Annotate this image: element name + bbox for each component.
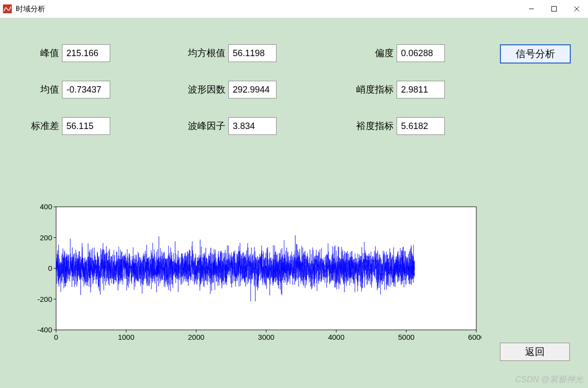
svg-text:200: 200 [40,233,52,242]
svg-text:0: 0 [48,264,52,272]
svg-text:6000: 6000 [468,333,481,341]
minimize-button[interactable] [520,0,543,18]
rms-label: 均方根值 [176,47,225,60]
app-icon [3,4,12,13]
kurt-value[interactable]: 2.9811 [397,81,445,98]
shape-label: 波形因数 [176,83,225,96]
back-button[interactable]: 返回 [500,343,570,361]
std-label: 标准差 [20,120,59,132]
svg-rect-2 [552,6,557,11]
crest-label: 波峰因子 [176,120,225,132]
svg-text:1000: 1000 [118,333,134,341]
window-title: 时域分析 [16,4,45,14]
crest-value[interactable]: 3.834 [228,117,277,135]
svg-text:2000: 2000 [188,333,204,341]
margin-value[interactable]: 5.6182 [397,117,445,135]
skew-label: 偏度 [344,47,394,60]
watermark: CSDN @紫极神光 [515,374,583,385]
rms-value[interactable]: 56.1198 [228,44,277,62]
svg-text:400: 400 [40,202,52,211]
std-value[interactable]: 56.115 [62,117,110,135]
shape-value[interactable]: 292.9944 [228,81,277,98]
mean-label: 均值 [20,83,59,96]
mean-value[interactable]: -0.73437 [62,81,110,98]
skew-value[interactable]: 0.06288 [397,44,445,62]
margin-label: 裕度指标 [344,120,394,132]
peak-label: 峰值 [20,47,59,60]
content-area: 峰值 215.166 均值 -0.73437 标准差 56.115 均方根值 5… [0,18,588,388]
svg-text:0: 0 [54,333,58,341]
close-button[interactable] [565,0,588,18]
analyze-button[interactable]: 信号分析 [500,44,571,64]
signal-plot: 0100020003000400050006000-400-2000200400 [29,198,481,346]
titlebar: 时域分析 [0,0,588,18]
svg-text:4000: 4000 [328,333,344,341]
svg-text:-200: -200 [37,295,52,303]
svg-text:3000: 3000 [258,333,274,341]
svg-text:-400: -400 [37,325,52,334]
kurt-label: 峭度指标 [344,83,394,96]
maximize-button[interactable] [543,0,565,18]
peak-value[interactable]: 215.166 [62,44,110,62]
svg-text:5000: 5000 [398,333,414,341]
